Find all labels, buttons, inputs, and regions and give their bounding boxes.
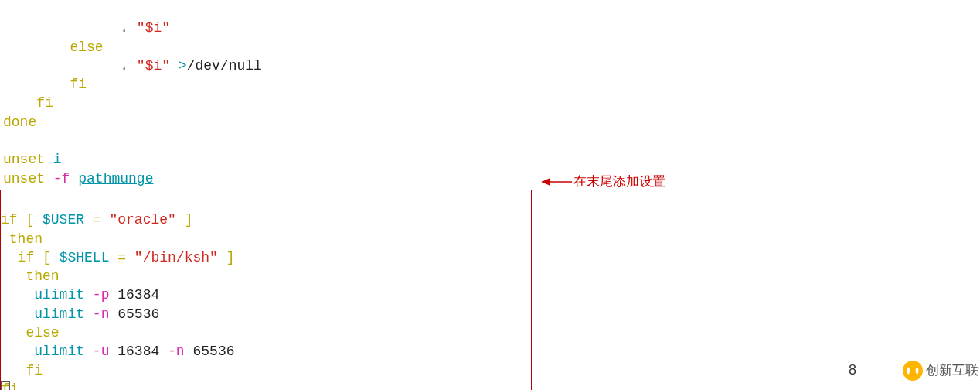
bracket-left: [ <box>34 250 59 265</box>
keyword-fi: fi <box>70 77 87 92</box>
string-literal: "$i" <box>137 58 170 74</box>
keyword-then: then <box>26 269 59 284</box>
keyword-fi: fi <box>26 363 43 378</box>
keyword-else: else <box>70 39 103 55</box>
string-literal: "$i" <box>137 20 170 36</box>
bracket-right: ] <box>176 212 193 228</box>
watermark-text: 创新互联 <box>926 362 978 380</box>
equals-op: = <box>109 250 134 265</box>
string-oracle: "oracle" <box>109 212 175 228</box>
keyword-unset: unset <box>3 152 45 167</box>
keyword-fi-partial: i <box>10 381 19 390</box>
annotation-label: 在末尾添加设置 <box>541 173 665 191</box>
keyword-if: if <box>1 212 18 228</box>
cmd-ulimit: ulimit <box>34 344 84 359</box>
var-i: i <box>45 152 62 167</box>
logo-icon <box>903 361 923 381</box>
func-pathmunge: pathmunge <box>78 171 153 186</box>
num-16384: 16384 <box>117 344 159 359</box>
svg-marker-1 <box>541 178 550 186</box>
keyword-else: else <box>26 325 59 340</box>
cursor-char: f <box>1 381 10 390</box>
dot-operator: . <box>120 58 137 74</box>
keyword-fi: fi <box>36 95 53 111</box>
num-65536: 65536 <box>117 306 159 322</box>
keyword-unset: unset <box>3 171 45 186</box>
arrow-left-icon <box>541 177 572 186</box>
code-snippet-upper: . "$i" else . "$i" >/dev/null fi fi done… <box>0 0 980 188</box>
cmd-ulimit: ulimit <box>34 306 84 322</box>
flag-n: -n <box>84 306 117 322</box>
dev-null: /dev/null <box>187 58 262 74</box>
num-65536: 65536 <box>192 344 234 359</box>
bracket-right: ] <box>218 250 235 265</box>
keyword-if: if <box>18 250 35 265</box>
svg-point-2 <box>903 361 923 381</box>
flag-f: -f <box>45 171 78 186</box>
highlighted-code-box: if [ $USER = "oracle" ] then if [ $SHELL… <box>0 190 532 390</box>
keyword-then: then <box>9 231 43 247</box>
dot-operator: . <box>120 20 137 36</box>
redirect-op: > <box>170 58 187 74</box>
var-user: $USER <box>43 212 84 228</box>
flag-n: -n <box>159 344 192 359</box>
watermark: 创新互联 <box>903 361 978 381</box>
page-number: 8 <box>849 361 856 379</box>
equals-op: = <box>84 212 109 228</box>
cmd-ulimit: ulimit <box>34 287 84 303</box>
bracket-left: [ <box>18 212 43 228</box>
annotation-text: 在末尾添加设置 <box>573 173 665 191</box>
flag-u: -u <box>84 344 117 359</box>
num-16384: 16384 <box>117 287 159 303</box>
keyword-done: done <box>3 115 36 130</box>
var-shell: $SHELL <box>60 250 110 265</box>
string-ksh: "/bin/ksh" <box>134 250 218 265</box>
flag-p: -p <box>84 287 117 303</box>
